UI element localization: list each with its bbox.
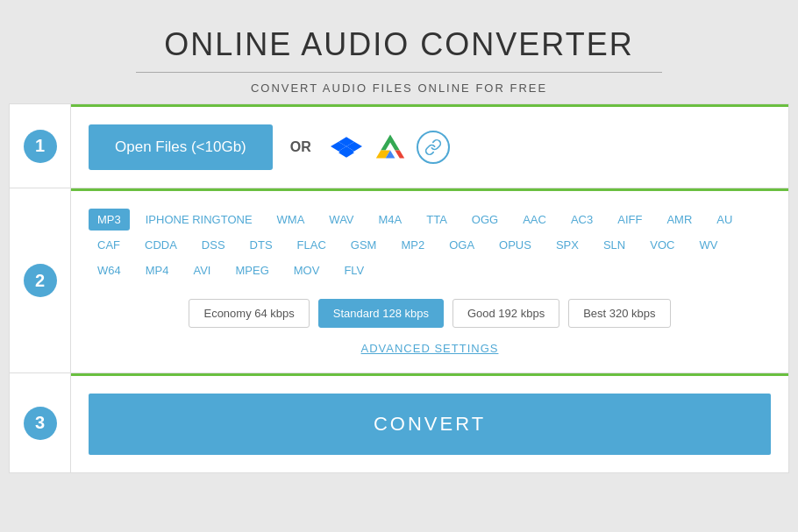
format-btn-tta[interactable]: TTA: [417, 209, 456, 231]
format-btn-mpeg[interactable]: MPEG: [226, 259, 277, 281]
format-btn-mp3[interactable]: MP3: [89, 209, 130, 231]
format-btn-spx[interactable]: SPX: [547, 234, 588, 256]
google-drive-icon[interactable]: [373, 130, 408, 165]
step-3-content: CONVERT: [71, 373, 788, 472]
open-files-button[interactable]: Open Files (<10Gb): [89, 124, 273, 170]
step-1-content: Open Files (<10Gb) OR: [71, 104, 788, 188]
step-3-number: 3: [10, 373, 71, 472]
format-btn-au[interactable]: AU: [708, 209, 741, 231]
page-header: ONLINE AUDIO CONVERTER CONVERT AUDIO FIL…: [0, 0, 798, 103]
svg-marker-4: [381, 135, 400, 151]
convert-button[interactable]: CONVERT: [89, 394, 771, 455]
format-btn-dss[interactable]: DSS: [193, 234, 234, 256]
cloud-icons: [329, 130, 450, 165]
advanced-settings-link[interactable]: ADVANCED SETTINGS: [89, 342, 771, 355]
dropbox-icon[interactable]: [329, 130, 364, 165]
header-divider: [136, 72, 662, 73]
format-btn-aiff[interactable]: AIFF: [609, 209, 651, 231]
format-btn-cdda[interactable]: CDDA: [136, 234, 186, 256]
quality-btn-standard-128-kbps[interactable]: Standard 128 kbps: [318, 299, 444, 328]
format-btn-ogg[interactable]: OGG: [463, 209, 507, 231]
quality-btn-good-192-kbps[interactable]: Good 192 kbps: [452, 299, 559, 328]
format-btn-wv[interactable]: WV: [690, 234, 726, 256]
format-btn-oga[interactable]: OGA: [440, 234, 483, 256]
format-btn-wav[interactable]: WAV: [320, 209, 362, 231]
format-btn-gsm[interactable]: GSM: [342, 234, 386, 256]
format-btn-mp4[interactable]: MP4: [137, 259, 178, 281]
format-btn-mp2[interactable]: MP2: [392, 234, 433, 256]
step-1-number: 1: [10, 104, 71, 188]
header-subtitle: CONVERT AUDIO FILES ONLINE FOR FREE: [18, 82, 780, 95]
format-btn-amr[interactable]: AMR: [658, 209, 701, 231]
page-title: ONLINE AUDIO CONVERTER: [18, 26, 780, 63]
step-2-circle: 2: [24, 264, 57, 297]
url-link-icon[interactable]: [417, 131, 450, 164]
quality-btn-economy-64-kbps[interactable]: Economy 64 kbps: [189, 299, 309, 328]
format-btn-wma[interactable]: WMA: [268, 209, 314, 231]
quality-row: Economy 64 kbpsStandard 128 kbpsGood 192…: [89, 299, 771, 328]
open-files-row: Open Files (<10Gb) OR: [89, 124, 771, 170]
step-3-circle: 3: [24, 407, 57, 440]
format-btn-flac[interactable]: FLAC: [289, 234, 335, 256]
step-2-content: MP3IPHONE RINGTONEWMAWAVM4ATTAOGGAACAC3A…: [71, 188, 788, 372]
format-btn-sln[interactable]: SLN: [595, 234, 634, 256]
format-btn-voc[interactable]: VOC: [641, 234, 683, 256]
svg-marker-6: [395, 151, 404, 159]
or-label: OR: [290, 139, 311, 155]
format-btn-avi[interactable]: AVI: [184, 259, 219, 281]
format-btn-dts[interactable]: DTS: [241, 234, 281, 256]
step-2-row: 2 MP3IPHONE RINGTONEWMAWAVM4ATTAOGGAACAC…: [10, 188, 788, 373]
step-1-circle: 1: [24, 130, 57, 163]
format-btn-aac[interactable]: AAC: [514, 209, 555, 231]
step-2-number: 2: [10, 188, 71, 372]
format-grid: MP3IPHONE RINGTONEWMAWAVM4ATTAOGGAACAC3A…: [89, 209, 771, 281]
format-btn-w64[interactable]: W64: [89, 259, 130, 281]
step-3-row: 3 CONVERT: [10, 373, 788, 472]
main-container: 1 Open Files (<10Gb) OR: [9, 103, 789, 473]
quality-btn-best-320-kbps[interactable]: Best 320 kbps: [568, 299, 670, 328]
format-btn-m4a[interactable]: M4A: [370, 209, 411, 231]
step-1-row: 1 Open Files (<10Gb) OR: [10, 104, 788, 188]
format-btn-caf[interactable]: CAF: [89, 234, 129, 256]
format-btn-mov[interactable]: MOV: [285, 259, 329, 281]
format-btn-flv[interactable]: FLV: [335, 259, 373, 281]
format-btn-ac3[interactable]: AC3: [562, 209, 602, 231]
format-btn-iphone-ringtone[interactable]: IPHONE RINGTONE: [137, 209, 261, 231]
format-btn-opus[interactable]: OPUS: [490, 234, 540, 256]
